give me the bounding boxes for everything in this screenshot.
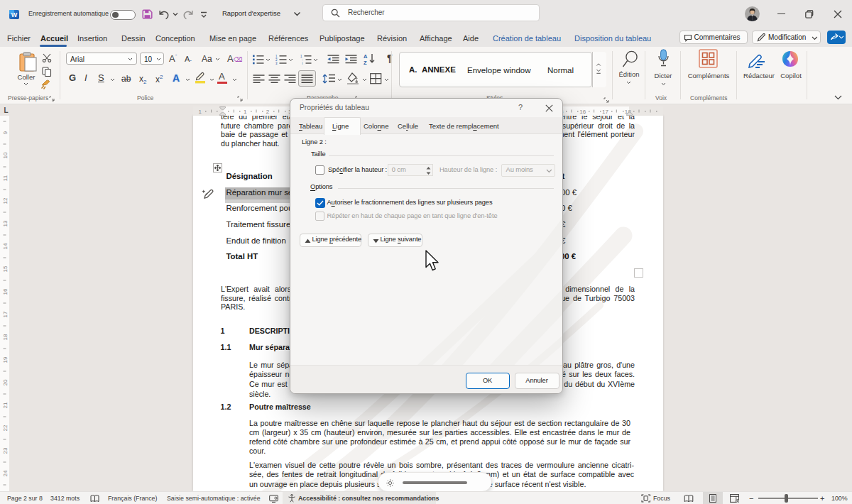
svg-text:20: 20 (2, 379, 9, 385)
svg-text:23: 23 (2, 447, 9, 454)
svg-text:15: 15 (2, 265, 9, 272)
svg-text:1: 1 (199, 108, 202, 114)
svg-text:17: 17 (2, 311, 9, 317)
svg-text:9: 9 (2, 131, 9, 134)
svg-text:13: 13 (2, 220, 9, 226)
svg-text:Z: Z (364, 60, 367, 65)
svg-text:12: 12 (2, 197, 9, 204)
svg-text:24: 24 (2, 470, 9, 476)
svg-text:3: 3 (275, 62, 278, 65)
svg-text:2: 2 (266, 108, 270, 114)
svg-text:11: 11 (2, 175, 9, 181)
svg-text:19: 19 (2, 356, 9, 363)
svg-text:W: W (11, 11, 18, 18)
svg-text:21: 21 (2, 402, 9, 408)
svg-text:14: 14 (2, 243, 9, 249)
svg-text:1: 1 (244, 108, 247, 114)
svg-text:18: 18 (2, 334, 9, 340)
svg-text:16: 16 (579, 108, 586, 114)
svg-text:i: i (302, 62, 303, 65)
svg-text:10: 10 (2, 152, 9, 158)
svg-text:17: 17 (602, 108, 608, 114)
svg-text:22: 22 (2, 424, 9, 431)
svg-text:16: 16 (2, 288, 9, 295)
